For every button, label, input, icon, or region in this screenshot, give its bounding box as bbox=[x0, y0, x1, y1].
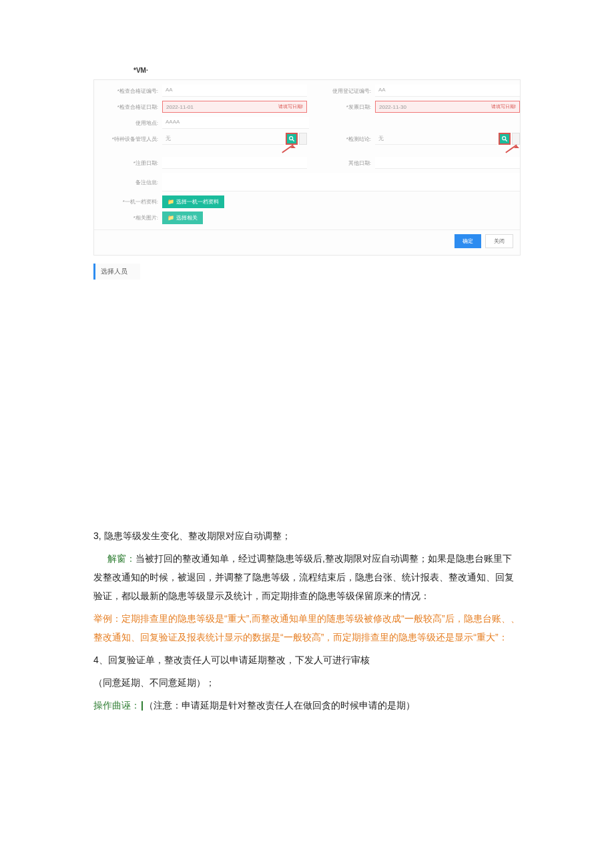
document-body: 3, 隐患等级发生变化、整改期限对应自动调整； 解窗：当被打回的整改通知单，经过… bbox=[93, 526, 521, 715]
input-manager[interactable]: 无 bbox=[162, 133, 284, 145]
form-footer: 确定 关闭 bbox=[94, 230, 520, 252]
row-reg-date: *注册日期: 其他日期: bbox=[94, 155, 520, 171]
svg-line-1 bbox=[292, 139, 294, 141]
input-reg-date[interactable] bbox=[162, 157, 307, 169]
section-3-title: 3, 隐患等级发生变化、整改期限对应自动调整； bbox=[93, 526, 521, 545]
svg-line-3 bbox=[505, 139, 507, 141]
svg-point-0 bbox=[290, 137, 293, 140]
label-upload1: *一机一档资料: bbox=[94, 198, 162, 205]
confirm-button[interactable]: 确定 bbox=[454, 234, 481, 248]
clear-manager-button[interactable] bbox=[299, 133, 307, 145]
label-invoice-date: *发票日期: bbox=[307, 103, 375, 111]
input-location[interactable]: AAAA bbox=[162, 117, 309, 129]
upload-image-button[interactable]: 📁 选择相关 bbox=[162, 211, 203, 224]
row-search: *特种设备管理人员: 无 *检测结论: 无 bbox=[94, 131, 520, 147]
cancel-button[interactable]: 关闭 bbox=[485, 234, 513, 248]
section-3-explain: 解窗：当被打回的整改通知单，经过调整隐患等级后,整改期限对应自动调整；如果是隐患… bbox=[93, 549, 521, 605]
folder-icon: 📁 bbox=[168, 199, 174, 205]
row-cert-no: *检查合格证编号: AA 使用登记证编号: AA bbox=[94, 83, 520, 99]
svg-point-2 bbox=[503, 137, 506, 140]
label-location: 使用地点: bbox=[94, 119, 162, 127]
label-reg-date: *注册日期: bbox=[94, 159, 162, 167]
label-remark: 备注信息: bbox=[94, 179, 162, 186]
input-cert-no[interactable]: AA bbox=[162, 85, 307, 97]
invoice-date-text: 2022-11-30 bbox=[379, 104, 491, 110]
text-cursor-icon bbox=[141, 701, 143, 711]
row-upload1: *一机一档资料: 📁 选择一机一档资料 bbox=[94, 193, 520, 209]
cert-date-warn: 请填写日期! bbox=[278, 103, 303, 110]
folder-icon: 📁 bbox=[168, 215, 174, 221]
form-panel: *检查合格证编号: AA 使用登记证编号: AA *检查合格证日期: 2022-… bbox=[93, 79, 521, 256]
search-icon bbox=[288, 135, 295, 142]
search-icon bbox=[501, 135, 508, 142]
label-upload2: *相关图片: bbox=[94, 214, 162, 222]
label-cert-date: *检查合格证日期: bbox=[94, 103, 162, 111]
cert-date-text: 2022-11-01 bbox=[166, 104, 278, 110]
label-other-date: 其他日期: bbox=[307, 159, 375, 167]
label-manager: *特种设备管理人员: bbox=[94, 135, 162, 143]
input-remark[interactable] bbox=[162, 173, 520, 191]
input-invoice-date[interactable]: 2022-11-30 请填写日期! bbox=[375, 101, 520, 113]
input-reg-no[interactable]: AA bbox=[375, 85, 520, 97]
input-conclusion[interactable]: 无 bbox=[375, 133, 497, 145]
upload-archive-button[interactable]: 📁 选择一机一档资料 bbox=[162, 195, 224, 208]
label-reg-no: 使用登记证编号: bbox=[307, 87, 375, 95]
row-dates: *检查合格证日期: 2022-11-01 请填写日期! *发票日期: 2022-… bbox=[94, 99, 520, 115]
tab-select-person[interactable]: 选择人员 bbox=[93, 264, 140, 280]
invoice-date-warn: 请填写日期! bbox=[491, 103, 516, 110]
header-label: *VM· bbox=[133, 67, 521, 74]
input-other-date[interactable] bbox=[375, 157, 520, 169]
row-location: 使用地点: AAAA bbox=[94, 115, 520, 131]
section-4-steps: 操作曲诬：（注意：申请延期是针对整改责任人在做回贪的时候申请的是期） bbox=[93, 696, 521, 715]
annotation-arrows bbox=[94, 147, 520, 155]
label-conclusion: *检测结论: bbox=[307, 135, 375, 143]
search-conclusion-button[interactable] bbox=[499, 133, 511, 145]
section-4-title: 4、回复验证单，整改责任人可以申请延期整改，下发人可进行审核 bbox=[93, 650, 521, 669]
section-3-example: 举例：定期排查里的隐患等级是“重大”,而整改通知单里的随患等级被修改成“一般较高… bbox=[93, 609, 521, 646]
input-cert-date[interactable]: 2022-11-01 请填写日期! bbox=[162, 101, 307, 113]
section-4-sub: （同意延期、不同意延期）； bbox=[93, 673, 521, 692]
label-cert-no: *检查合格证编号: bbox=[94, 87, 162, 95]
row-remark: 备注信息: bbox=[94, 171, 520, 193]
upload-archive-label: 选择一机一档资料 bbox=[176, 198, 219, 205]
upload-image-label: 选择相关 bbox=[176, 214, 198, 222]
row-upload2: *相关图片: 📁 选择相关 bbox=[94, 209, 520, 226]
